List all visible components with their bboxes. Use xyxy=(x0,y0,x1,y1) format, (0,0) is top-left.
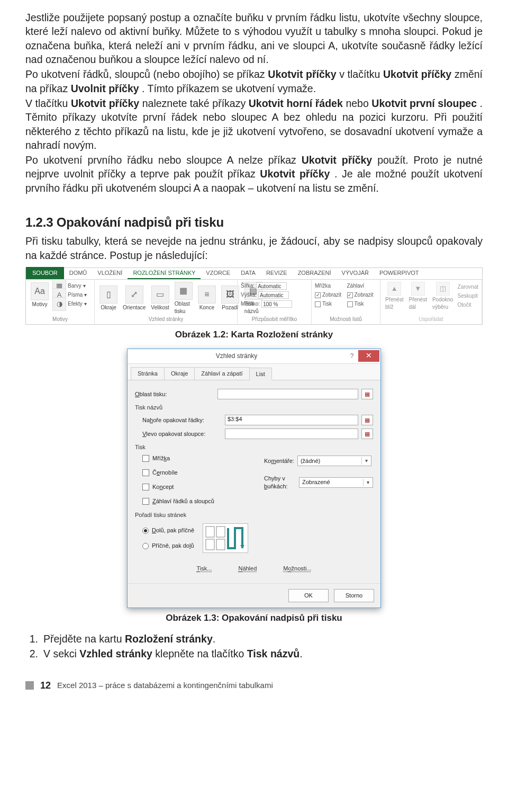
tab-stranka[interactable]: Stránka xyxy=(131,367,165,380)
koncept-checkbox[interactable] xyxy=(142,484,149,490)
tab-list[interactable]: List xyxy=(249,368,272,381)
group-label: Přizpůsobit měřítko xyxy=(241,316,308,323)
prenest-dal-button[interactable]: ▼Přenést dál xyxy=(407,282,428,310)
podokno-vyberu-button[interactable]: ◫Podokno výběru xyxy=(431,282,456,310)
tab-okraje[interactable]: Okraje xyxy=(164,367,195,380)
tab-rozlozeni-stranky[interactable]: ROZLOŽENÍ STRÁNKY xyxy=(128,267,201,279)
vlevo-sloupce-input[interactable] xyxy=(225,429,358,439)
range-picker-icon[interactable]: ▦ xyxy=(361,415,373,425)
tab-zahlavi-zapati[interactable]: Záhlaví a zápatí xyxy=(194,367,249,380)
bold-term: Ukotvit příčky xyxy=(383,68,451,80)
vyska-input[interactable]: Automatic xyxy=(258,291,289,299)
vyska-label: Výška: xyxy=(241,291,257,299)
tisk-section-label: Tisk xyxy=(135,443,373,451)
svg-rect-0 xyxy=(206,527,214,537)
bold-term: Ukotvit příčky xyxy=(260,168,330,180)
tab-vlozeni[interactable]: VLOŽENÍ xyxy=(92,267,128,279)
zahlavi-radku-checkbox[interactable] xyxy=(142,498,149,505)
tab-domu[interactable]: DOMŮ xyxy=(64,267,93,279)
label: Koncept xyxy=(152,483,174,491)
nahled-button[interactable]: Náhled xyxy=(238,565,257,573)
konce-button[interactable]: ≡Konce xyxy=(196,285,217,311)
tab-revize[interactable]: REVIZE xyxy=(261,267,293,279)
komentare-select[interactable]: (žádné)▾ xyxy=(297,456,371,466)
text-run: Po ukotvení řádků, sloupců (nebo obojího… xyxy=(25,68,268,80)
label: Velikost xyxy=(151,304,169,311)
zahlavi-tisk-check[interactable] xyxy=(347,301,353,307)
label: Motivy xyxy=(32,301,48,308)
page-number: 12 xyxy=(40,679,51,692)
label: Tisk xyxy=(322,300,332,308)
breaks-icon: ≡ xyxy=(198,285,216,304)
text-run: naleznete také příkazy xyxy=(142,97,249,109)
label: Dolů, pak příčně xyxy=(152,527,194,534)
tab-soubor[interactable]: SOUBOR xyxy=(26,267,64,279)
velikost-button[interactable]: ▭Velikost xyxy=(149,285,170,311)
help-button[interactable]: ? xyxy=(346,352,358,360)
bold-term: Ukotvit horní řádek xyxy=(249,97,343,109)
tab-vyvojar[interactable]: VÝVOJÁŘ xyxy=(337,267,374,279)
oblast-tisku-button[interactable]: ▦Oblast tisku xyxy=(173,282,194,315)
tab-vzorce[interactable]: VZORCE xyxy=(201,267,235,279)
footer-title: Excel 2013 – práce s databázemi a kontin… xyxy=(57,680,273,691)
dolu-pricne-radio[interactable] xyxy=(142,528,149,534)
range-picker-icon[interactable]: ▦ xyxy=(361,389,373,399)
figure-caption: Obrázek 1.2: Karta Rozložení stránky xyxy=(25,329,483,341)
cernobile-checkbox[interactable] xyxy=(142,469,149,476)
moznosti-button[interactable]: Možnosti... xyxy=(283,565,311,573)
pricne-dolu-radio[interactable] xyxy=(142,543,149,549)
text-run: Po ukotvení prvního řádku nebo sloupce A… xyxy=(25,154,302,166)
orientation-icon: ⤢ xyxy=(125,285,143,304)
step-number: 2. xyxy=(25,647,38,661)
tisk-button[interactable]: Tisk... xyxy=(196,565,212,573)
mrizka-zobrazit-check[interactable]: ✓ xyxy=(315,292,321,298)
step-text: Přejděte na kartu Rozložení stránky. xyxy=(43,632,215,646)
orientace-button[interactable]: ⤢Orientace xyxy=(121,285,147,311)
tab-zobrazeni[interactable]: ZOBRAZENÍ xyxy=(293,267,337,279)
mrizka-tisk-check[interactable] xyxy=(315,301,321,307)
text-run: . xyxy=(213,633,215,645)
label: Zobrazit xyxy=(355,291,374,299)
label: Orientace xyxy=(123,304,146,311)
zarovnat-button[interactable]: Zarovnat xyxy=(458,283,478,291)
oblast-tisku-input[interactable] xyxy=(217,389,358,399)
seskupit-button[interactable]: Seskupit xyxy=(458,292,478,300)
motivy-button[interactable]: Aa Motivy xyxy=(29,282,50,308)
efekty-button[interactable]: ◑Efekty ▾ xyxy=(52,300,87,308)
sirka-input[interactable]: Automatic xyxy=(256,282,287,290)
otocit-button[interactable]: Otočit xyxy=(458,301,478,309)
mrizka-checkbox[interactable] xyxy=(142,455,149,462)
close-button[interactable]: ✕ xyxy=(358,350,379,362)
tab-powerpivot[interactable]: POWERPIVOT xyxy=(374,267,424,279)
zahlavi-header: Záhlaví xyxy=(347,282,377,290)
footer-square-icon xyxy=(25,681,34,690)
range-picker-icon[interactable]: ▦ xyxy=(361,429,373,439)
prenest-bliz-button[interactable]: ▲Přenést blíž xyxy=(384,282,405,310)
chyby-select[interactable]: Zobrazené▾ xyxy=(299,477,373,488)
label: Mřížka xyxy=(152,454,170,462)
body-paragraph: Jestliže použijete popsaný postup a ozna… xyxy=(25,11,483,66)
numbered-steps: 1. Přejděte na kartu Rozložení stránky. … xyxy=(25,632,483,661)
label: Černobíle xyxy=(152,469,178,477)
label: Přenést blíž xyxy=(385,296,403,310)
label: Seskupit xyxy=(458,292,478,300)
text-run: . Tímto příkazem se ukotvení vymaže. xyxy=(142,83,316,94)
ribbon: SOUBOR DOMŮ VLOŽENÍ ROZLOŽENÍ STRÁNKY VZ… xyxy=(25,267,483,325)
bold-term: Tisk názvů xyxy=(247,648,300,659)
okraje-button[interactable]: ▯Okraje xyxy=(98,285,119,311)
svg-rect-2 xyxy=(216,527,225,537)
text-run: V sekci xyxy=(43,648,79,659)
nahore-radky-input[interactable]: $3:$4 xyxy=(225,415,358,425)
themes-icon: Aa xyxy=(31,282,49,300)
tab-data[interactable]: DATA xyxy=(235,267,261,279)
bring-forward-icon: ▲ xyxy=(387,282,401,296)
label: Záhlaví řádků a sloupců xyxy=(152,497,214,505)
text-run: . xyxy=(300,648,302,659)
meritko-input[interactable]: 100 % xyxy=(261,300,292,308)
body-paragraph: Při tisku tabulky, která se nevejde na j… xyxy=(25,234,483,262)
zahlavi-zobrazit-check[interactable]: ✓ xyxy=(347,292,353,298)
bold-term: Rozložení stránky xyxy=(125,633,213,645)
storno-button[interactable]: Storno xyxy=(334,589,374,602)
page-footer: 12 Excel 2013 – práce s databázemi a kon… xyxy=(25,679,483,692)
ok-button[interactable]: OK xyxy=(288,589,329,602)
